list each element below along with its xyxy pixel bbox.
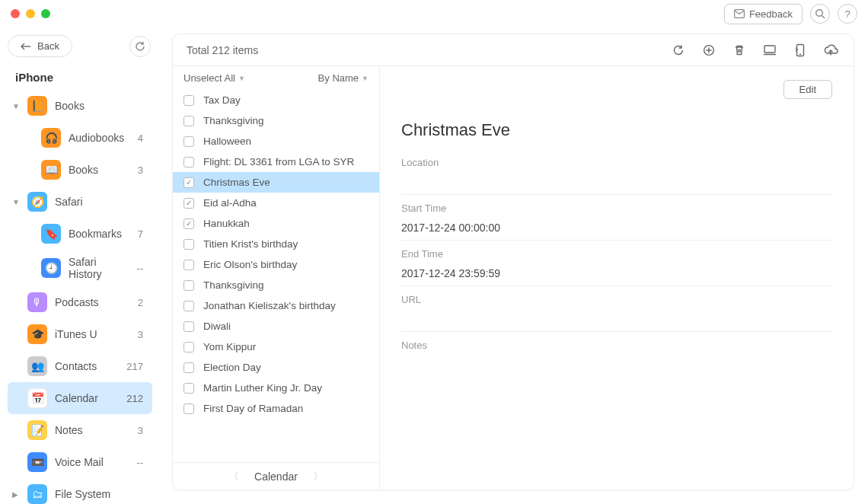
event-list-column: Unselect All ▼ By Name ▼ Tax DayThanksgi… — [173, 66, 380, 490]
sidebar-item-books[interactable]: 📖Books3 — [8, 154, 152, 186]
refresh-button[interactable] — [129, 36, 151, 57]
list-item[interactable]: Halloween — [173, 131, 379, 152]
sidebar-item-bookmarks[interactable]: 🔖Bookmarks7 — [8, 218, 152, 250]
list-item[interactable]: Flight: DL 3361 from LGA to SYR — [173, 152, 379, 172]
list-item[interactable]: Eid al-Adha — [173, 193, 379, 213]
sidebar-item-file-system[interactable]: ▶🗂File System — [8, 478, 152, 504]
search-button[interactable] — [810, 4, 830, 24]
checkbox[interactable] — [183, 404, 194, 414]
sidebar-item-audiobooks[interactable]: 🎧Audiobooks4 — [8, 122, 152, 154]
close-window-button[interactable] — [11, 9, 20, 18]
checkbox[interactable] — [183, 321, 194, 332]
checkbox[interactable] — [183, 198, 194, 209]
list-item[interactable]: Titien Krist's birthday — [173, 234, 379, 254]
svg-point-1 — [816, 10, 823, 17]
checkbox[interactable] — [183, 95, 194, 106]
sidebar-item-books[interactable]: ▼📙Books — [8, 90, 152, 122]
sidebar-item-podcasts[interactable]: 🎙Podcasts2 — [8, 286, 152, 318]
list-item[interactable]: Thanksgiving — [173, 110, 379, 131]
refresh-icon — [135, 41, 145, 52]
event-label: Thanksgiving — [203, 279, 264, 291]
minimize-window-button[interactable] — [26, 9, 35, 18]
calendar-group-label: Calendar — [254, 471, 298, 483]
refresh-list-button[interactable] — [669, 41, 688, 59]
checkbox[interactable] — [183, 177, 194, 188]
disclosure-icon: ▶ — [12, 490, 20, 499]
sidebar-item-voice-mail[interactable]: 📼Voice Mail-- — [8, 446, 152, 478]
sidebar-item-label: Bookmarks — [69, 228, 130, 240]
location-label: Location — [401, 157, 832, 168]
app-icon: 📙 — [27, 96, 47, 116]
event-label: Eid al-Adha — [203, 197, 257, 209]
checkbox[interactable] — [183, 301, 194, 311]
to-computer-button[interactable] — [761, 41, 779, 59]
event-label: First Day of Ramadan — [203, 403, 303, 414]
chevron-right-icon[interactable]: 〉 — [313, 470, 324, 483]
list-item[interactable]: Yom Kippur — [173, 337, 379, 357]
title-bar: Feedback ? — [0, 0, 868, 27]
checkbox[interactable] — [183, 362, 194, 373]
checkbox[interactable] — [183, 383, 194, 394]
chevron-left-icon[interactable]: 〈 — [228, 470, 239, 483]
notes-value — [401, 359, 832, 372]
list-item[interactable]: Eric Olson's birthday — [173, 254, 379, 275]
event-label: Flight: DL 3361 from LGA to SYR — [203, 156, 354, 167]
sidebar-item-safari[interactable]: ▼🧭Safari — [8, 186, 152, 218]
list-item[interactable]: First Day of Ramadan — [173, 398, 379, 419]
back-label: Back — [37, 40, 59, 52]
notes-label: Notes — [401, 340, 832, 351]
checkbox[interactable] — [183, 280, 194, 291]
checkbox[interactable] — [183, 136, 194, 147]
zoom-window-button[interactable] — [41, 9, 50, 18]
select-all-toggle[interactable]: Unselect All ▼ — [183, 72, 245, 84]
add-button[interactable] — [700, 41, 718, 59]
sidebar-item-count: 212 — [126, 393, 143, 404]
list-item[interactable]: Diwali — [173, 316, 379, 337]
sidebar-item-count: 2 — [138, 297, 143, 308]
sidebar-item-label: iTunes U — [55, 328, 130, 340]
event-list[interactable]: Tax DayThanksgivingHalloweenFlight: DL 3… — [173, 90, 379, 462]
event-label: Thanksgiving — [203, 115, 264, 126]
list-item[interactable]: Tax Day — [173, 90, 379, 110]
sidebar-item-itunes-u[interactable]: 🎓iTunes U3 — [8, 318, 152, 350]
delete-button[interactable] — [730, 41, 748, 59]
event-title: Christmas Eve — [401, 120, 832, 140]
to-device-button[interactable] — [791, 41, 809, 59]
sidebar-item-contacts[interactable]: 👥Contacts217 — [8, 350, 152, 382]
checkbox[interactable] — [183, 342, 194, 352]
list-item[interactable]: Hanukkah — [173, 213, 379, 234]
event-label: Hanukkah — [203, 218, 250, 229]
list-item[interactable]: Martin Luther King Jr. Day — [173, 378, 379, 398]
to-cloud-button[interactable] — [822, 41, 840, 59]
sidebar-item-safari-history[interactable]: 🕘Safari History-- — [8, 250, 152, 286]
search-icon — [815, 8, 825, 19]
list-item[interactable]: Election Day — [173, 357, 379, 378]
feedback-button[interactable]: Feedback — [724, 4, 803, 24]
checkbox[interactable] — [183, 239, 194, 250]
event-label: Christmas Eve — [203, 177, 270, 188]
checkbox[interactable] — [183, 157, 194, 167]
checkbox[interactable] — [183, 116, 194, 126]
calendar-group-switcher[interactable]: 〈 Calendar 〉 — [173, 462, 379, 490]
edit-button[interactable]: Edit — [783, 80, 832, 99]
help-button[interactable]: ? — [838, 4, 857, 24]
select-all-label: Unselect All — [183, 72, 235, 84]
list-item[interactable]: Jonathan Kieliszak's birthday — [173, 295, 379, 316]
event-label: Jonathan Kieliszak's birthday — [203, 300, 336, 311]
chevron-down-icon: ▼ — [238, 75, 245, 82]
checkbox[interactable] — [183, 219, 194, 229]
event-label: Titien Krist's birthday — [203, 238, 298, 250]
app-icon: 🔖 — [41, 224, 61, 244]
event-label: Halloween — [203, 136, 251, 147]
sidebar-item-label: Notes — [55, 424, 130, 436]
sort-menu[interactable]: By Name ▼ — [318, 72, 369, 84]
checkbox[interactable] — [183, 260, 194, 270]
sidebar-item-label: File System — [55, 488, 136, 500]
sidebar-item-notes[interactable]: 📝Notes3 — [8, 414, 152, 446]
help-icon: ? — [844, 8, 850, 20]
list-item[interactable]: Thanksgiving — [173, 275, 379, 295]
event-label: Election Day — [203, 362, 261, 373]
list-item[interactable]: Christmas Eve — [173, 172, 379, 193]
sidebar-item-calendar[interactable]: 📅Calendar212 — [8, 382, 152, 414]
back-button[interactable]: Back — [8, 35, 72, 57]
